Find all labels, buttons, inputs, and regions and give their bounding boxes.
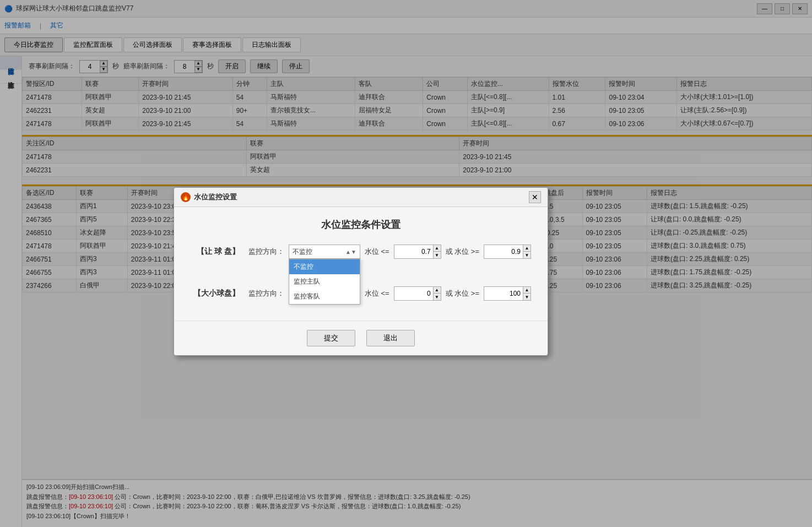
water2-lte-up[interactable]: ▲: [433, 287, 441, 294]
water-gte-input-wrapper: ▲ ▼: [484, 245, 531, 259]
direction-label: 监控方向：: [248, 247, 284, 257]
dropdown-arrow-icon: ▲▼: [345, 249, 356, 255]
water2-gte-input[interactable]: [484, 287, 523, 300]
bigsmall-label: 【大小球盘】: [191, 289, 240, 298]
dropdown-item-away[interactable]: 监控客队: [289, 289, 360, 304]
direction-select-value: 不监控: [293, 247, 312, 257]
water2-lte-label: 水位 <=: [365, 289, 389, 298]
dropdown-item-home[interactable]: 监控主队: [289, 274, 360, 289]
modal-titlebar: 🔥 水位监控设置 ✕: [174, 188, 548, 207]
water2-gte-down[interactable]: ▼: [523, 294, 530, 300]
water2-gte-input-wrapper: ▲ ▼: [484, 286, 531, 301]
water-gte-label: 或 水位 >=: [446, 247, 479, 257]
water-gte-down[interactable]: ▼: [523, 252, 530, 258]
water2-gte-up[interactable]: ▲: [523, 287, 530, 294]
direction-dropdown: 不监控 监控主队 监控客队: [289, 259, 360, 305]
water-gte-up[interactable]: ▲: [523, 245, 530, 252]
handicap-form-row: 【让 球 盘】 监控方向： 不监控 ▲▼ 不监控 监控主队 监控客队: [191, 245, 531, 259]
water2-lte-down[interactable]: ▼: [433, 294, 441, 300]
modal-title: 水位监控设置: [194, 192, 237, 202]
modal-main-title: 水位监控条件设置: [191, 218, 531, 231]
cancel-button[interactable]: 退出: [366, 330, 415, 346]
modal-icon: 🔥: [181, 192, 191, 202]
water2-lte-input[interactable]: [394, 287, 433, 300]
direction2-label: 监控方向：: [248, 289, 284, 298]
water-lte-input[interactable]: [394, 245, 433, 258]
bigsmall-form-row: 【大小球盘】 监控方向： 不监控 ▲▼ 水位 <= ▲ ▼: [191, 286, 531, 301]
water2-lte-input-wrapper: ▲ ▼: [394, 286, 441, 301]
water2-gte-label: 或 水位 >=: [446, 289, 479, 298]
water-lte-up[interactable]: ▲: [433, 245, 441, 252]
modal-close-button[interactable]: ✕: [529, 191, 541, 203]
submit-button[interactable]: 提交: [307, 330, 355, 346]
modal-overlay: 🔥 水位监控设置 ✕ 水位监控条件设置 【让 球 盘】 监控方向： 不监控 ▲▼: [0, 0, 812, 527]
direction-select-wrapper: 不监控 ▲▼ 不监控 监控主队 监控客队: [289, 245, 360, 259]
water-lte-label: 水位 <=: [365, 247, 389, 257]
water-monitor-dialog: 🔥 水位监控设置 ✕ 水位监控条件设置 【让 球 盘】 监控方向： 不监控 ▲▼: [174, 187, 548, 356]
modal-footer: 提交 退出: [174, 320, 548, 355]
handicap-label: 【让 球 盘】: [191, 247, 240, 257]
dropdown-item-no-monitor[interactable]: 不监控: [289, 259, 360, 274]
water-gte-input[interactable]: [484, 245, 523, 258]
direction-select[interactable]: 不监控 ▲▼: [289, 245, 360, 259]
water-lte-input-wrapper: ▲ ▼: [394, 245, 441, 259]
water-lte-down[interactable]: ▼: [433, 252, 441, 258]
